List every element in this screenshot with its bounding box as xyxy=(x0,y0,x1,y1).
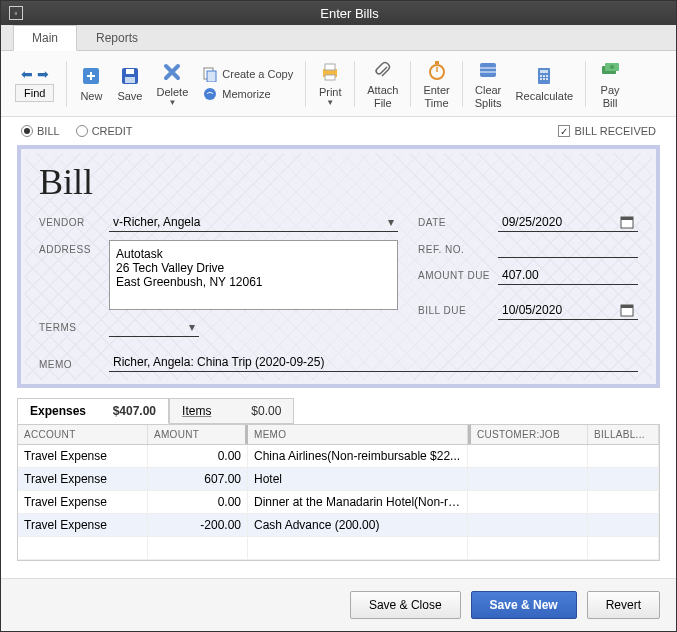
svg-rect-16 xyxy=(540,70,548,73)
svg-rect-8 xyxy=(325,64,335,70)
vendor-dropdown[interactable]: v-Richer, Angela xyxy=(109,213,398,232)
window-control-icon[interactable]: ▫ xyxy=(9,6,23,20)
cell-billable[interactable] xyxy=(588,468,659,490)
col-billable-header[interactable]: BILLABL... xyxy=(588,425,659,444)
table-row[interactable]: Travel Expense0.00Dinner at the Manadari… xyxy=(18,491,659,514)
svg-rect-3 xyxy=(125,77,135,83)
save-close-button[interactable]: Save & Close xyxy=(350,591,461,619)
svg-rect-27 xyxy=(621,217,633,220)
billdue-label: BILL DUE xyxy=(418,301,498,316)
cell-customer[interactable] xyxy=(468,514,588,536)
bill-radio[interactable]: BILL xyxy=(21,125,60,137)
cell-amount[interactable]: 0.00 xyxy=(148,445,248,467)
svg-rect-2 xyxy=(126,69,134,74)
print-button[interactable]: Print ▼ xyxy=(312,58,348,109)
memorize-button[interactable]: Memorize xyxy=(202,86,293,102)
svg-rect-29 xyxy=(621,305,633,308)
svg-point-21 xyxy=(543,78,545,80)
col-customer-header[interactable]: CUSTOMER:JOB xyxy=(468,425,588,444)
address-label: ADDRESS xyxy=(39,240,109,255)
refno-field[interactable] xyxy=(498,240,638,258)
table-row[interactable]: Travel Expense0.00China Airlines(Non-rei… xyxy=(18,445,659,468)
titlebar: ▫ Enter Bills xyxy=(1,1,676,25)
cell-memo[interactable]: Dinner at the Manadarin Hotel(Non-rei... xyxy=(248,491,468,513)
grid-header: ACCOUNT AMOUNT MEMO CUSTOMER:JOB BILLABL… xyxy=(18,425,659,445)
prev-arrow-icon[interactable]: ⬅ xyxy=(21,66,33,82)
next-arrow-icon[interactable]: ➡ xyxy=(37,66,49,82)
svg-point-20 xyxy=(540,78,542,80)
cell-amount[interactable]: 0.00 xyxy=(148,491,248,513)
pay-bill-button[interactable]: Pay Bill xyxy=(592,56,628,110)
recalculate-button[interactable]: Recalculate xyxy=(510,62,579,104)
cell-billable[interactable] xyxy=(588,445,659,467)
subtab-items[interactable]: Items $0.00 xyxy=(169,398,294,424)
create-copy-button[interactable]: Create a Copy xyxy=(202,66,293,82)
table-row[interactable]: Travel Expense607.00Hotel xyxy=(18,468,659,491)
cell-billable[interactable] xyxy=(588,514,659,536)
table-row[interactable]: Travel Expense-200.00Cash Advance (200.0… xyxy=(18,514,659,537)
col-amount-header[interactable]: AMOUNT xyxy=(148,425,248,444)
attach-file-button[interactable]: Attach File xyxy=(361,56,404,110)
table-row-empty[interactable] xyxy=(18,537,659,560)
svg-rect-12 xyxy=(480,63,496,77)
credit-radio[interactable]: CREDIT xyxy=(76,125,133,137)
enter-bills-window: ▫ Enter Bills Main Reports ⬅ ➡ Find New … xyxy=(0,0,677,632)
main-tabstrip: Main Reports xyxy=(1,25,676,51)
cell-customer[interactable] xyxy=(468,468,588,490)
cell-amount[interactable]: 607.00 xyxy=(148,468,248,490)
bill-received-checkbox[interactable]: ✓ BILL RECEIVED xyxy=(558,125,656,137)
cell-account[interactable]: Travel Expense xyxy=(18,445,148,467)
svg-point-6 xyxy=(204,88,216,100)
tab-main[interactable]: Main xyxy=(13,25,77,51)
detail-subtabs: Expenses $407.00 Items $0.00 xyxy=(17,398,660,424)
cell-amount[interactable]: -200.00 xyxy=(148,514,248,536)
bill-heading: Bill xyxy=(39,161,638,203)
svg-point-22 xyxy=(546,78,548,80)
date-field[interactable]: 09/25/2020 xyxy=(498,213,638,232)
refno-label: REF. NO. xyxy=(418,240,498,255)
col-account-header[interactable]: ACCOUNT xyxy=(18,425,148,444)
billdue-field[interactable]: 10/05/2020 xyxy=(498,301,638,320)
enter-time-button[interactable]: Enter Time xyxy=(417,56,455,110)
amountdue-label: AMOUNT DUE xyxy=(418,266,498,281)
vendor-label: VENDOR xyxy=(39,213,109,228)
svg-rect-9 xyxy=(325,75,335,80)
tab-reports[interactable]: Reports xyxy=(77,25,157,50)
cell-account[interactable]: Travel Expense xyxy=(18,468,148,490)
cell-memo[interactable]: Hotel xyxy=(248,468,468,490)
memo-field[interactable]: Richer, Angela: China Trip (2020-09-25) xyxy=(109,353,638,372)
save-button[interactable]: Save xyxy=(111,62,148,104)
cell-customer[interactable] xyxy=(468,445,588,467)
date-label: DATE xyxy=(418,213,498,228)
cell-memo[interactable]: China Airlines(Non-reimbursable $22... xyxy=(248,445,468,467)
grid-body: Travel Expense0.00China Airlines(Non-rei… xyxy=(18,445,659,560)
stopwatch-icon xyxy=(425,58,449,82)
find-button[interactable]: Find xyxy=(15,84,54,102)
amountdue-field[interactable]: 407.00 xyxy=(498,266,638,285)
svg-rect-11 xyxy=(435,61,439,64)
address-textarea[interactable]: Autotask 26 Tech Valley Drive East Green… xyxy=(109,240,398,310)
memorize-icon xyxy=(202,86,218,102)
cell-account[interactable]: Travel Expense xyxy=(18,514,148,536)
clear-splits-button[interactable]: Clear Splits xyxy=(469,56,508,110)
svg-point-25 xyxy=(610,65,614,69)
new-button[interactable]: New xyxy=(73,62,109,104)
options-row: BILL CREDIT ✓ BILL RECEIVED xyxy=(1,117,676,145)
calendar-icon[interactable] xyxy=(620,215,634,229)
subtab-expenses[interactable]: Expenses $407.00 xyxy=(17,398,169,424)
col-memo-header[interactable]: MEMO xyxy=(248,425,468,444)
calendar-icon[interactable] xyxy=(620,303,634,317)
terms-dropdown[interactable] xyxy=(109,318,199,337)
print-icon xyxy=(318,60,342,84)
terms-label: TERMS xyxy=(39,318,109,333)
cell-account[interactable]: Travel Expense xyxy=(18,491,148,513)
cell-customer[interactable] xyxy=(468,491,588,513)
svg-rect-5 xyxy=(207,71,216,82)
delete-button[interactable]: Delete ▼ xyxy=(150,58,194,109)
revert-button[interactable]: Revert xyxy=(587,591,660,619)
checkbox-icon: ✓ xyxy=(558,125,570,137)
save-new-button[interactable]: Save & New xyxy=(471,591,577,619)
new-icon xyxy=(79,64,103,88)
cell-memo[interactable]: Cash Advance (200.00) xyxy=(248,514,468,536)
cell-billable[interactable] xyxy=(588,491,659,513)
